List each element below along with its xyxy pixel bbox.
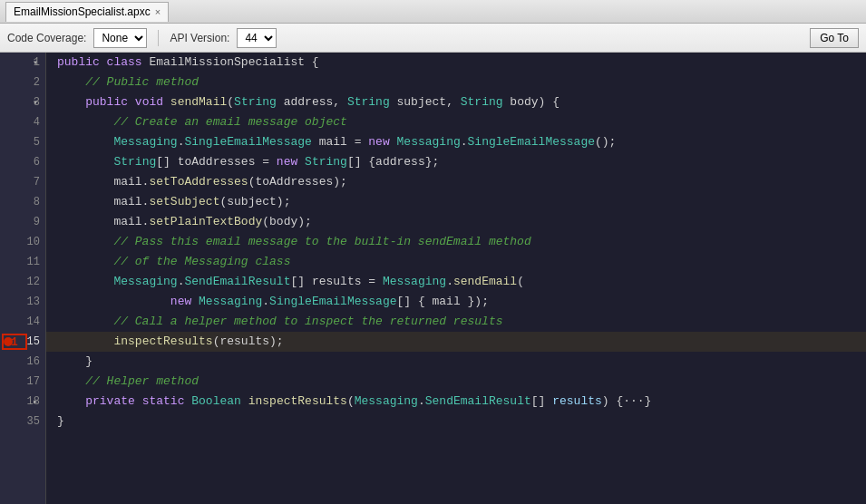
code-token: // of the Messaging class xyxy=(57,252,290,272)
editor-tab[interactable]: EmailMissionSpecialist.apxc × xyxy=(5,2,169,22)
code-line: // Pass this email message to the built-… xyxy=(46,232,866,252)
line-number[interactable]: 10 xyxy=(0,232,45,252)
code-line: // Call a helper method to inspect the r… xyxy=(46,312,866,332)
editor: 1▾23▾4567891011121314115161718▸35 public… xyxy=(0,53,866,504)
line-number[interactable]: 13 xyxy=(0,292,45,312)
code-token: static xyxy=(142,392,192,412)
code-token: setToAddresses xyxy=(149,172,248,192)
code-line: Messaging.SendEmailResult[] results = Me… xyxy=(46,272,866,292)
code-token: // Create an email message object xyxy=(57,112,347,132)
code-line: // Public method xyxy=(46,73,866,92)
code-token: Messaging xyxy=(355,392,418,412)
line-number[interactable]: 35 xyxy=(0,412,45,431)
code-token: (results); xyxy=(213,332,284,352)
code-token xyxy=(57,272,113,292)
code-token: (toAddresses); xyxy=(248,172,347,192)
code-line: // Helper method xyxy=(46,372,866,392)
code-line: String[] toAddresses = new String[] {add… xyxy=(46,152,866,172)
line-number[interactable]: 5 xyxy=(0,132,45,152)
code-token: SendEmailResult xyxy=(425,392,531,412)
gutter-row: 18▸ xyxy=(0,392,45,412)
code-token: Boolean xyxy=(191,392,241,412)
tab-close-icon[interactable]: × xyxy=(155,6,161,17)
code-token: [] {address}; xyxy=(347,152,439,172)
gutter-row: 10 xyxy=(0,232,45,252)
code-token: new xyxy=(170,292,199,312)
toolbar-separator xyxy=(158,30,159,46)
breakpoint-box: 1 xyxy=(2,334,27,350)
gutter-row: 4 xyxy=(0,112,45,132)
code-token: String xyxy=(113,152,156,172)
code-line: mail.setSubject(subject); xyxy=(46,192,866,212)
line-number[interactable]: 11 xyxy=(0,252,45,272)
code-token: sendMail xyxy=(170,92,227,112)
gutter-row: 14 xyxy=(0,312,45,332)
gutter-row: 8 xyxy=(0,192,45,212)
line-number[interactable]: 12 xyxy=(0,272,45,292)
code-line: mail.setPlainTextBody(body); xyxy=(46,212,866,232)
code-token: [] results = xyxy=(290,272,382,292)
code-line: } xyxy=(46,412,866,431)
line-number[interactable]: 2 xyxy=(0,73,45,92)
code-token: SendEmailResult xyxy=(184,272,290,292)
code-token: ( xyxy=(347,392,355,412)
code-token: [] toAddresses = xyxy=(156,152,277,172)
line-number[interactable]: 14 xyxy=(0,312,45,332)
gutter-row: 1▾ xyxy=(0,53,45,73)
code-token: // Call a helper method to inspect the r… xyxy=(57,312,502,332)
line-number[interactable]: 1 xyxy=(0,53,45,73)
code-token: [] { mail }); xyxy=(397,292,489,312)
fold-closed-icon[interactable]: ▸ xyxy=(33,396,38,407)
fold-open-icon[interactable]: ▾ xyxy=(33,57,38,68)
code-token: (subject); xyxy=(219,192,290,212)
code-token: void xyxy=(135,92,170,112)
code-token: } xyxy=(57,412,64,431)
code-coverage-label: Code Coverage: xyxy=(7,32,86,44)
gutter-row: 2 xyxy=(0,73,45,92)
gutter-row: 16 xyxy=(0,352,45,372)
line-number[interactable]: 3 xyxy=(0,92,45,112)
code-token: ( xyxy=(227,92,234,112)
go-to-button[interactable]: Go To xyxy=(810,28,859,48)
line-number[interactable]: 7 xyxy=(0,172,45,192)
code-token: // Pass this email message to the built-… xyxy=(57,232,531,252)
code-token: new xyxy=(277,152,305,172)
gutter-row: 6 xyxy=(0,152,45,172)
code-line: private static Boolean inspectResults(Me… xyxy=(46,392,866,412)
code-token: inspectResults xyxy=(113,332,212,352)
code-line: mail.setToAddresses(toAddresses); xyxy=(46,172,866,192)
line-number[interactable]: 9 xyxy=(0,212,45,232)
code-token xyxy=(57,292,170,312)
line-number[interactable]: 8 xyxy=(0,192,45,212)
api-version-select[interactable]: 44 xyxy=(237,28,277,48)
code-token: setPlainTextBody xyxy=(149,212,262,232)
fold-open-icon[interactable]: ▾ xyxy=(33,97,38,108)
code-token: [] xyxy=(531,392,552,412)
code-token: body) { xyxy=(503,92,559,112)
code-area[interactable]: public class EmailMissionSpecialist { //… xyxy=(46,53,866,504)
line-number[interactable]: 18 xyxy=(0,392,45,412)
code-token: String xyxy=(305,152,347,172)
code-token: SingleEmailMessage xyxy=(269,292,396,312)
code-line: } xyxy=(46,352,866,372)
gutter-row: 12 xyxy=(0,272,45,292)
code-token: {···} xyxy=(609,392,652,412)
code-coverage-select[interactable]: None xyxy=(93,28,147,48)
code-line: Messaging.SingleEmailMessage mail = new … xyxy=(46,132,866,152)
line-number[interactable]: 16 xyxy=(0,352,45,372)
api-version-label: API Version: xyxy=(170,32,229,44)
gutter-row: 17 xyxy=(0,372,45,392)
gutter-row: 7 xyxy=(0,172,45,192)
gutter-row: 9 xyxy=(0,212,45,232)
line-number[interactable]: 6 xyxy=(0,152,45,172)
toolbar: Code Coverage: None API Version: 44 Go T… xyxy=(0,24,866,53)
code-line: inspectResults(results); xyxy=(46,332,866,352)
code-token: public xyxy=(57,53,107,73)
line-number[interactable]: 115 xyxy=(0,332,45,352)
line-number[interactable]: 17 xyxy=(0,372,45,392)
code-line: new Messaging.SingleEmailMessage[] { mai… xyxy=(46,292,866,312)
code-token: // Helper method xyxy=(57,372,199,392)
line-number[interactable]: 4 xyxy=(0,112,45,132)
code-token: ( xyxy=(517,272,524,292)
code-token: String xyxy=(234,92,277,112)
